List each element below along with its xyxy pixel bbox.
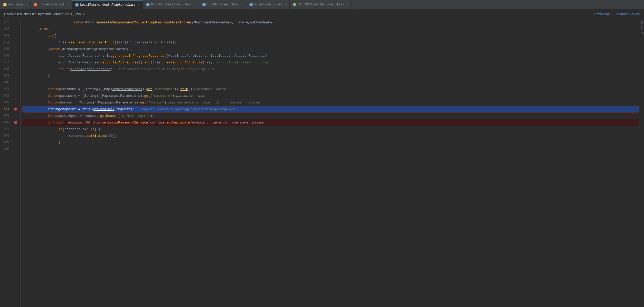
line-number: 143 (0, 101, 11, 104)
code-line-132: } else { (23, 26, 644, 32)
tab-close-icon[interactable]: ✕ (194, 3, 196, 6)
line-number: 141 (0, 87, 11, 91)
tab-label: UrlRewriter.class (207, 3, 239, 6)
class-c-icon: C (146, 3, 150, 6)
tab-close-icon[interactable]: ✕ (26, 3, 27, 6)
code-line-139: } (23, 72, 644, 79)
line-number: 135 (0, 47, 11, 51)
gutter-row-148: 148 (0, 132, 20, 139)
xml-icon: X (34, 3, 37, 6)
gutter-row-140: 140 (0, 79, 20, 86)
gutter-row-146: 146 (0, 119, 20, 126)
tab-label: ons.json (8, 3, 23, 6)
gutter-row-141: 141 (0, 86, 20, 92)
line-number: 149 (0, 141, 11, 144)
code-line-143: String domain = (String)((Map)inputParam… (23, 99, 644, 106)
tab-ons-json[interactable]: {} ons.json ✕ (0, 0, 31, 9)
info-bar-actions: Download... Choose Source (594, 12, 640, 16)
tab-close-icon[interactable]: ✕ (138, 3, 140, 6)
choose-source-link[interactable]: Choose Source (617, 12, 640, 16)
tab-close-icon[interactable]: ✕ (347, 3, 348, 6)
tab-urlrewriter[interactable]: C UrlRewriter.class ✕ (199, 0, 246, 9)
tab-rulechain[interactable]: C RuleChain.class ✕ (246, 0, 290, 9)
gutter-row-133: 133 (0, 32, 20, 39)
tab-close-icon[interactable]: ✕ (285, 3, 286, 6)
line-number: 138 (0, 67, 11, 71)
gutter-row-137: 137 (0, 59, 20, 66)
class-c-icon: C (202, 3, 206, 6)
tab-label: urlrewrite.xml (39, 3, 65, 6)
tab-label: LocalPasswordAuthAdapter.class (80, 3, 136, 7)
line-number: 144 (0, 107, 11, 111)
code-line-140 (23, 79, 644, 86)
line-number: 147 (0, 127, 11, 131)
tab-bar: {} ons.json ✕ X urlrewrite.xml ✕ C Local… (0, 0, 644, 9)
line-number: 145 (0, 114, 11, 118)
line-gutter: 131 132 133 134 135 136 137 (0, 19, 21, 307)
gutter-row-138: 138 (0, 66, 20, 72)
breakpoint-icon[interactable] (14, 121, 17, 124)
code-line-131: return this.generateResponseForCollectin… (23, 19, 644, 26)
tab-close-icon[interactable]: ✕ (241, 3, 243, 6)
gutter-row-136: 136 (0, 52, 20, 59)
decompiled-info: Decompiled .class file, bytecode version… (4, 12, 85, 16)
download-link[interactable]: Download... (594, 12, 612, 16)
gutter-row-139: 139 (0, 72, 20, 79)
gutter-row-143: 143 (0, 99, 20, 106)
code-line-134: this.assureRequiredUserInput((Map)inputP… (23, 39, 644, 46)
line-number: 136 (0, 54, 11, 57)
line-number: 146 (0, 121, 11, 124)
code-line-137: authnAdapterResponse.getConfigAttributes… (23, 59, 644, 66)
gutter-row-142: 142 (0, 92, 20, 99)
code-line-149: } (23, 139, 644, 146)
reader-mode-label: Reader M (640, 21, 643, 34)
code-line-142: String password = (String)((Map)inputPar… (23, 92, 644, 99)
tab-label: RuleChain.class (255, 3, 282, 6)
line-number: 134 (0, 41, 11, 44)
reader-mode-panel: Reader M (639, 19, 644, 307)
class-i-icon: I (293, 3, 296, 6)
tab-label: UrlRewriteFilter.class (151, 3, 192, 6)
class-c-icon: C (75, 3, 79, 7)
code-line-138: return authnAdapterResponse; authnAdapte… (23, 66, 644, 72)
code-line-150 (23, 146, 644, 152)
gutter-row-134: 134 (0, 39, 20, 46)
line-number: 132 (0, 27, 11, 31)
info-bar: Decompiled .class file, bytecode version… (0, 9, 644, 19)
gutter-row-132: 132 (0, 26, 20, 32)
tab-close-icon[interactable]: ✕ (67, 3, 68, 6)
gutter-row-145: 145 (0, 112, 20, 119)
code-line-148: response.setStatus(200); (23, 132, 644, 139)
code-line-147: if (response != null) { (23, 126, 644, 132)
gutter-row-135: 135 (0, 46, 20, 52)
tab-urlrewrite-xml[interactable]: X urlrewrite.xml ✕ (31, 0, 72, 9)
tab-urlrewrite-filter[interactable]: C UrlRewriteFilter.class ✕ (143, 0, 199, 9)
code-line-136: authnAdapterResponse = this.generateInPr… (23, 52, 644, 59)
line-number: 150 (0, 147, 11, 151)
line-number: 140 (0, 81, 11, 84)
gutter-row-149: 149 (0, 139, 20, 146)
code-area: 131 132 133 134 135 136 137 (0, 19, 644, 307)
gutter-row-147: 147 (0, 126, 20, 132)
code-line-145: String userAgent = request.getHeader( s:… (23, 112, 644, 119)
tab-local-password-auth[interactable]: C LocalPasswordAuthAdapter.class ✕ (72, 0, 143, 9)
code-content: return this.generateResponseForCollectin… (21, 19, 644, 307)
line-number: 142 (0, 94, 11, 98)
gutter-row-144: 144 (0, 106, 20, 112)
breakpoint-icon[interactable] (14, 108, 17, 111)
gutter-row-131: 131 (0, 19, 20, 26)
line-number: 139 (0, 74, 11, 78)
gutter-row-150: 150 (0, 146, 20, 152)
class-c-icon: C (249, 3, 253, 6)
code-line-144: String endpoint = this.getLocalUrl(reque… (23, 106, 644, 112)
json-icon: {} (3, 3, 7, 6)
code-line-133: try { (23, 32, 644, 39)
tab-oauth2client[interactable]: I OAuth2ClientService.class ✕ (290, 0, 351, 9)
code-line-141: String username = ((String)((Map)inputPa… (23, 86, 644, 92)
line-number: 137 (0, 61, 11, 64)
tab-label: OAuth2ClientService.class (298, 3, 344, 6)
line-number: 131 (0, 21, 11, 24)
line-number: 133 (0, 34, 11, 37)
code-line-146: if (null != endpoint && this.getLocalPas… (23, 119, 644, 126)
line-number: 148 (0, 134, 11, 138)
